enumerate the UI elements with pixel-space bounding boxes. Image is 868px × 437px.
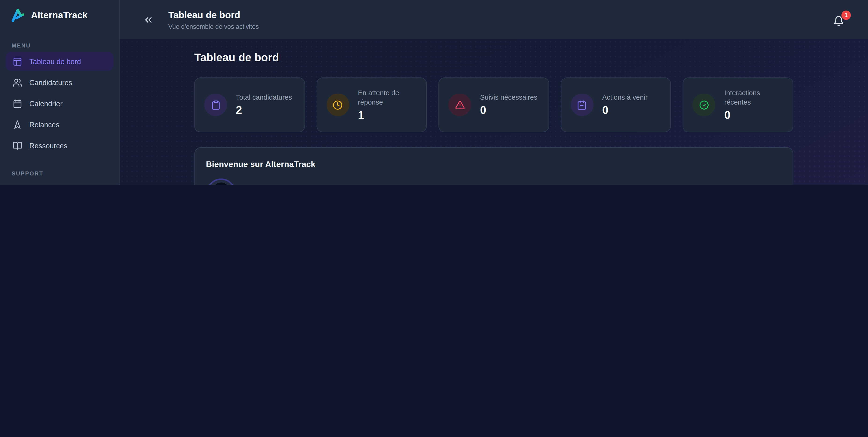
stat-card-suivis: Suivis nécessaires 0 — [438, 77, 549, 132]
stat-label: Interactions récentes — [724, 88, 783, 107]
stat-value: 0 — [602, 104, 648, 117]
support-section-label: SUPPORT — [0, 170, 119, 176]
stat-label: Suivis nécessaires — [480, 93, 537, 102]
main-nav: Tableau de bord Candidatures Calendrier … — [0, 52, 119, 157]
gear-icon — [13, 184, 22, 185]
clipboard-icon — [211, 100, 221, 110]
welcome-title: Bienvenue sur AlternaTrack — [206, 159, 782, 169]
users-icon — [13, 78, 22, 87]
sidebar: AlternaTrack MENU Tableau de bord Candid… — [0, 0, 120, 185]
topbar: Tableau de bord Vue d'ensemble de vos ac… — [120, 0, 868, 39]
chevrons-left-icon — [143, 14, 154, 25]
sidebar-item-label: Tableau de bord — [29, 57, 81, 66]
stat-card-en-attente: En attente de réponse 1 — [316, 77, 427, 132]
stat-value: 0 — [480, 104, 537, 117]
support-nav: Paramètres Aide — [0, 180, 119, 185]
app-title: AlternaTrack — [31, 10, 88, 21]
book-open-icon — [13, 141, 22, 150]
alert-triangle-icon — [455, 100, 465, 110]
clock-icon — [333, 100, 343, 110]
stat-value: 1 — [358, 109, 417, 122]
stat-label: Actions à venir — [602, 93, 648, 102]
main-column: Tableau de bord Vue d'ensemble de vos ac… — [120, 0, 868, 185]
app-window: AlternaTrack MENU Tableau de bord Candid… — [0, 0, 868, 185]
sidebar-item-label: Candidatures — [29, 78, 72, 87]
stat-card-actions: Actions à venir 0 — [561, 77, 671, 132]
sidebar-item-parametres[interactable]: Paramètres — [6, 180, 114, 185]
stat-value: 2 — [236, 104, 292, 117]
sidebar-item-calendrier[interactable]: Calendrier — [6, 94, 114, 113]
welcome-user-name: Exemple exemple — [244, 184, 309, 185]
notification-count-badge: 1 — [841, 10, 851, 20]
app-logo: AlternaTrack — [0, 0, 119, 29]
stat-label: Total candidatures — [236, 93, 292, 102]
stat-card-total-candidatures: Total candidatures 2 — [194, 77, 305, 132]
sidebar-item-label: Calendrier — [29, 99, 62, 107]
stats-row: Total candidatures 2 En attente de répon… — [194, 77, 793, 132]
header-title: Tableau de bord — [168, 9, 259, 21]
stat-label: En attente de réponse — [358, 88, 417, 107]
notifications-button[interactable]: 1 — [833, 13, 845, 27]
header-subtitle: Vue d'ensemble de vos activités — [168, 23, 259, 30]
navigation-icon — [13, 120, 22, 129]
content-area: Tableau de bord Total candidatures 2 En … — [120, 39, 868, 185]
calendar-icon — [13, 99, 22, 108]
sidebar-collapse-button[interactable] — [143, 14, 154, 25]
calendar-icon — [577, 100, 587, 110]
sidebar-item-tableau-de-bord[interactable]: Tableau de bord — [6, 52, 114, 71]
stat-value: 0 — [724, 109, 783, 122]
avatar — [206, 178, 237, 185]
badge-check-icon — [699, 100, 709, 110]
sidebar-item-relances[interactable]: Relances — [6, 115, 114, 134]
sidebar-item-candidatures[interactable]: Candidatures — [6, 73, 114, 92]
stat-card-interactions: Interactions récentes 0 — [683, 77, 793, 132]
welcome-card: Bienvenue sur AlternaTrack Exemple exemp… — [194, 147, 793, 185]
dashboard-icon — [13, 57, 22, 66]
sidebar-item-ressources[interactable]: Ressources — [6, 136, 114, 155]
menu-section-label: MENU — [0, 42, 119, 49]
sidebar-item-label: Relances — [29, 120, 59, 128]
page-title: Tableau de bord — [194, 52, 793, 64]
sidebar-item-label: Ressources — [29, 141, 67, 149]
alternatrack-logo-icon — [10, 8, 26, 23]
